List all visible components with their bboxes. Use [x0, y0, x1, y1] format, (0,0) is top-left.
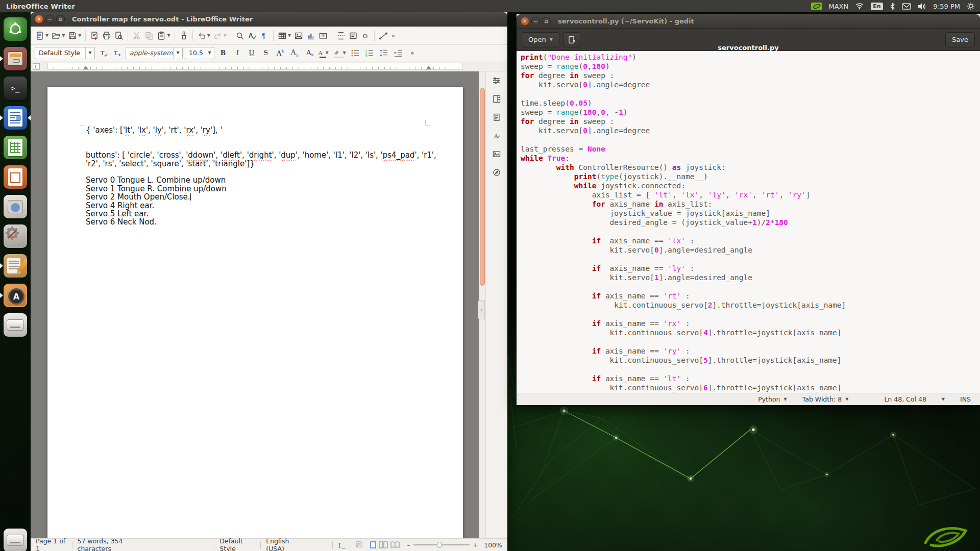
new-document-icon[interactable]: ▼	[34, 29, 50, 43]
increase-indent-button[interactable]	[391, 46, 405, 60]
wifi-icon[interactable]	[855, 3, 864, 10]
superscript-button[interactable]: Ab	[274, 46, 287, 60]
selection-mode-icon[interactable]: I_	[338, 541, 346, 549]
single-page-view-icon[interactable]	[370, 541, 376, 548]
launcher-item-text-editor[interactable]	[0, 251, 31, 281]
document-page[interactable]: { 'axes': ['lt', 'lx', 'ly', 'rt', 'rx',…	[47, 87, 463, 538]
insert-table-icon[interactable]: ▼	[276, 29, 292, 43]
font-size-combo[interactable]: 10.5 ▼	[185, 47, 214, 59]
page-deck-icon[interactable]	[492, 112, 502, 122]
bold-button[interactable]: B	[216, 46, 230, 60]
launcher-item-disk[interactable]	[0, 310, 31, 340]
line-spacing-button[interactable]	[377, 46, 390, 60]
maximize-button[interactable]: ▫	[56, 15, 65, 23]
fmt-overflow-icon[interactable]: »	[406, 46, 419, 60]
book-view-icon[interactable]	[390, 541, 400, 548]
launcher-item-ubuntu-dash[interactable]	[0, 14, 31, 44]
navigator-deck-icon[interactable]	[492, 167, 502, 178]
sidebar-collapse-handle[interactable]: ‹	[478, 300, 485, 319]
toolbar-overflow-icon[interactable]: »	[389, 29, 400, 43]
italic-button[interactable]: I	[231, 46, 244, 60]
launcher-item-update-manager[interactable]: A	[0, 281, 31, 310]
clock[interactable]: 9:59 PM	[934, 3, 960, 10]
minimize-button[interactable]: −	[45, 15, 54, 23]
writer-titlebar[interactable]: × − ▫ Controller map for servo.odt - Lib…	[31, 12, 507, 27]
zoom-slider[interactable]	[413, 544, 470, 545]
highlight-color-button[interactable]: ▼	[331, 46, 348, 60]
gpu-mode-label[interactable]: MAXN	[829, 3, 849, 10]
properties-deck-icon[interactable]	[492, 94, 502, 104]
redo-icon[interactable]: ▼	[212, 29, 228, 43]
styles-deck-icon[interactable]: A	[492, 131, 502, 141]
sidebar-settings-icon[interactable]	[492, 76, 502, 86]
paste-icon[interactable]: ▼	[155, 29, 172, 43]
statusbar-language[interactable]: English (USA)	[266, 537, 303, 551]
launcher-item-software-center[interactable]	[0, 192, 31, 221]
document-text[interactable]: { 'axes': ['lt', 'lx', 'ly', 'rt', 'rx',…	[86, 126, 436, 227]
page-count[interactable]: Page 1 of 1	[36, 537, 67, 551]
insert-field-icon[interactable]	[347, 29, 359, 43]
cursor-position[interactable]: Ln 48, Col 48	[884, 395, 926, 403]
launcher-item-writer[interactable]	[0, 103, 31, 133]
nvidia-gpu-icon[interactable]	[811, 3, 822, 10]
mail-icon[interactable]	[902, 3, 911, 10]
clear-formatting-button[interactable]: A✕	[302, 46, 315, 60]
zoom-percent[interactable]: 100%	[484, 541, 502, 549]
subscript-button[interactable]: Ab	[288, 46, 301, 60]
style-update-icon[interactable]: T	[97, 46, 110, 60]
tab-width-selector[interactable]: Tab Width: 8▼	[802, 395, 849, 403]
launcher-item-impress[interactable]	[0, 162, 31, 192]
close-button[interactable]: ×	[35, 15, 43, 23]
zoom-out-icon[interactable]: –	[407, 541, 410, 549]
bullet-list-button[interactable]	[349, 46, 362, 60]
statusbar-page-style[interactable]: Default Style	[219, 537, 255, 551]
insert-chart-icon[interactable]	[305, 29, 317, 43]
launcher-item-system-settings[interactable]	[0, 221, 31, 251]
paragraph-style-combo[interactable]: Default Style ▼	[35, 47, 95, 59]
font-color-button[interactable]: A▼	[316, 46, 330, 60]
tab-stop-selector[interactable]: L	[33, 63, 40, 70]
left-indent-marker[interactable]	[83, 66, 88, 69]
session-menu-icon[interactable]	[967, 2, 975, 10]
insert-line-icon[interactable]	[377, 29, 389, 43]
undo-icon[interactable]: ▼	[195, 29, 212, 43]
launcher-item-volume[interactable]	[0, 525, 31, 551]
open-icon[interactable]: ▼	[50, 29, 66, 43]
gedit-titlebar[interactable]: × − ▫ servocontroll.py (~/ServoKit) - ge…	[517, 14, 980, 29]
find-replace-icon[interactable]	[234, 29, 246, 43]
strikethrough-button[interactable]: S	[259, 46, 273, 60]
minimize-button[interactable]: −	[531, 17, 540, 26]
print-icon[interactable]	[101, 29, 113, 43]
style-new-icon[interactable]: T	[110, 46, 124, 60]
insert-image-icon[interactable]	[292, 29, 305, 43]
word-count[interactable]: 57 words, 354 characters	[78, 537, 148, 551]
font-name-combo[interactable]: apple-system;Bl ▼	[126, 47, 183, 59]
copy-icon[interactable]	[143, 29, 155, 43]
close-button[interactable]: ×	[521, 17, 529, 26]
cut-icon[interactable]	[131, 29, 143, 43]
volume-icon[interactable]	[918, 3, 927, 10]
insert-textbox-icon[interactable]	[317, 29, 329, 43]
underline-button[interactable]: U	[245, 46, 258, 60]
launcher-item-file-manager[interactable]	[0, 44, 31, 73]
print-preview-icon[interactable]	[113, 29, 125, 43]
formatting-marks-icon[interactable]: ¶	[258, 29, 271, 43]
page-break-icon[interactable]	[335, 29, 347, 43]
gedit-code-editor[interactable]: print("Done initializing")sweep = range(…	[517, 51, 980, 393]
save-button[interactable]: Save	[945, 32, 975, 47]
spelling-icon[interactable]: A	[246, 29, 258, 43]
bluetooth-icon[interactable]	[890, 3, 895, 10]
goto-line-dropdown[interactable]: ▼	[942, 397, 945, 402]
zoom-slider-thumb[interactable]	[437, 542, 442, 548]
export-pdf-icon[interactable]	[88, 29, 101, 43]
open-button[interactable]: Open ▼	[522, 32, 559, 47]
new-document-button[interactable]	[564, 32, 580, 47]
multi-page-view-icon[interactable]	[379, 541, 388, 548]
numbered-list-button[interactable]: 123	[363, 46, 376, 60]
keyboard-layout-badge[interactable]: En	[871, 3, 883, 10]
language-selector[interactable]: Python▼	[758, 395, 787, 403]
clone-formatting-icon[interactable]	[178, 29, 190, 43]
right-indent-marker[interactable]	[426, 66, 431, 69]
scrollbar-thumb[interactable]	[480, 88, 485, 286]
save-icon[interactable]: ▼	[66, 29, 83, 43]
